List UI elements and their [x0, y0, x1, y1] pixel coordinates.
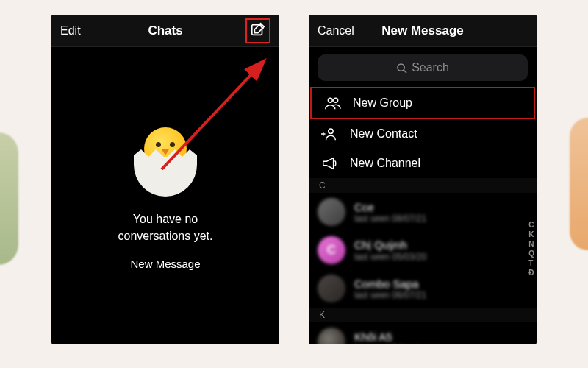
cancel-button[interactable]: Cancel — [318, 24, 354, 38]
newmsg-navbar: Cancel New Message — [309, 15, 537, 47]
index-letter[interactable]: K — [528, 230, 534, 238]
new-options-list: New Group New Contact New Channel — [309, 87, 537, 178]
empty-state-text: You have no conversations yet. — [118, 211, 213, 244]
decorative-blob-left — [0, 132, 18, 265]
svg-line-3 — [404, 70, 406, 73]
group-icon — [323, 96, 343, 110]
tutorial-stage: Edit Chats — [37, 15, 551, 353]
decorative-blob-right — [570, 118, 588, 250]
phone-screen-new-message: Cancel New Message Search New Group — [309, 15, 537, 344]
new-channel-label: New Channel — [350, 157, 420, 170]
hatching-chick-illustration — [125, 121, 206, 202]
avatar — [318, 275, 345, 302]
compose-icon — [250, 21, 266, 38]
contact-name: Chị Quỳnh — [354, 238, 426, 252]
edit-button[interactable]: Edit — [60, 24, 81, 38]
empty-chats-body: You have no conversations yet. New Messa… — [51, 47, 279, 344]
new-contact-label: New Contact — [350, 127, 417, 141]
index-letter[interactable]: T — [528, 259, 534, 267]
index-letter[interactable]: C — [528, 221, 534, 229]
new-group-label: New Group — [353, 96, 412, 110]
search-wrap: Search — [309, 47, 537, 87]
contact-row[interactable]: Khôi A5 last seen 3 hours ago — [309, 322, 537, 344]
avatar — [318, 328, 345, 344]
search-placeholder: Search — [412, 61, 449, 74]
chats-title: Chats — [148, 24, 182, 38]
chats-navbar: Edit Chats — [51, 15, 279, 47]
contact-name: Combo Sapa — [354, 277, 426, 290]
contact-row[interactable]: Cce last seen 08/07/21 — [309, 193, 537, 231]
new-message-button[interactable]: New Message — [130, 258, 200, 270]
section-header-c: C — [309, 178, 537, 193]
alphabet-index[interactable]: C K N Q T Đ — [528, 221, 534, 277]
search-icon — [396, 63, 407, 74]
compose-button[interactable] — [250, 21, 266, 40]
new-contact-row[interactable]: New Contact — [309, 119, 537, 149]
svg-point-5 — [334, 98, 338, 102]
svg-point-6 — [329, 129, 333, 133]
contact-row[interactable]: Combo Sapa last seen 06/07/21 — [309, 269, 537, 308]
compose-button-highlight — [245, 18, 270, 43]
channel-icon — [320, 156, 340, 171]
avatar: C — [318, 236, 345, 264]
index-letter[interactable]: N — [528, 240, 534, 248]
contact-row[interactable]: C Chị Quỳnh last seen 05/03/20 — [309, 231, 537, 269]
add-contact-icon — [320, 127, 340, 141]
search-input[interactable]: Search — [318, 54, 528, 81]
svg-point-4 — [328, 98, 332, 102]
section-header-k: K — [309, 308, 537, 322]
contact-subtitle: last seen 3 hours ago — [354, 343, 439, 345]
index-letter[interactable]: Đ — [528, 269, 534, 277]
new-message-title: New Message — [381, 24, 464, 38]
index-letter[interactable]: Q — [528, 250, 534, 258]
svg-point-2 — [398, 63, 404, 70]
contact-name: Khôi A5 — [354, 330, 439, 343]
new-channel-row[interactable]: New Channel — [309, 149, 537, 178]
contact-name: Cce — [354, 201, 426, 213]
contact-subtitle: last seen 08/07/21 — [354, 213, 426, 224]
avatar — [318, 198, 345, 226]
new-group-row[interactable]: New Group — [310, 87, 535, 119]
contact-subtitle: last seen 05/03/20 — [354, 252, 426, 262]
phone-screen-chats: Edit Chats — [51, 15, 279, 344]
contact-subtitle: last seen 06/07/21 — [354, 290, 426, 300]
